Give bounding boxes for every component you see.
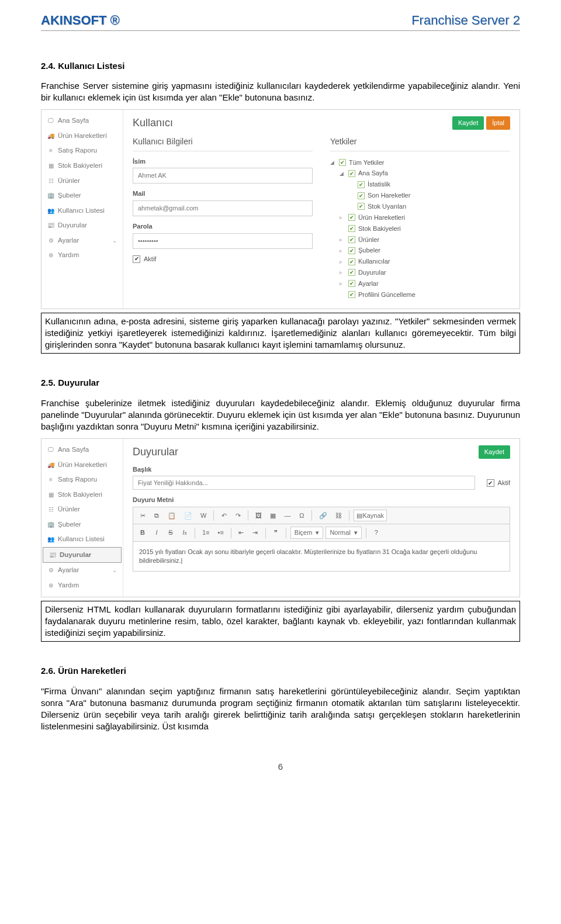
perm-row[interactable]: ✔Son Hareketler bbox=[330, 190, 510, 201]
sidebar-item-settings[interactable]: ⚙Ayarlar⌄ bbox=[41, 233, 123, 248]
sidebar-item-product-moves[interactable]: 🚚Ürün Hareketleri bbox=[41, 129, 123, 144]
style-select[interactable]: Biçem ▾ bbox=[290, 527, 324, 539]
perm-row[interactable]: ◢✔Tüm Yetkiler bbox=[330, 157, 510, 168]
perm-checkbox[interactable]: ✔ bbox=[339, 159, 346, 166]
perm-checkbox[interactable]: ✔ bbox=[358, 192, 365, 199]
sidebar-item-sales-report[interactable]: ≡Satış Raporu bbox=[41, 143, 123, 158]
perm-row[interactable]: ✔Profilini Güncelleme bbox=[330, 289, 510, 300]
tree-collapse-icon[interactable]: ◢ bbox=[330, 159, 336, 166]
perm-checkbox[interactable]: ✔ bbox=[348, 280, 355, 287]
sidebar-item-settings[interactable]: ⚙Ayarlar⌄ bbox=[41, 563, 123, 578]
name-input[interactable]: Ahmet AK bbox=[133, 168, 313, 184]
sidebar-item-product-moves[interactable]: 🚚Ürün Hareketleri bbox=[41, 458, 123, 473]
sidebar-item-announcements[interactable]: 📰Duyurular bbox=[43, 547, 122, 563]
gear-icon: ⚙ bbox=[47, 237, 54, 244]
column-heading-user-info: Kullanıcı Bilgileri bbox=[133, 136, 313, 151]
tree-collapse-icon[interactable]: ◢ bbox=[340, 170, 345, 177]
perm-row[interactable]: ✔Stok Bakiyeleri bbox=[330, 223, 510, 234]
unlink-icon[interactable]: ⛓ bbox=[333, 510, 345, 521]
perm-row[interactable]: ▹✔Şubeler bbox=[330, 245, 510, 256]
blockquote-icon[interactable]: ❞ bbox=[270, 527, 282, 539]
italic-icon[interactable]: I bbox=[151, 527, 162, 539]
tree-expand-icon[interactable]: ▹ bbox=[340, 236, 345, 243]
sidebar-item-label: Kullanıcı Listesi bbox=[58, 535, 105, 544]
perm-checkbox[interactable]: ✔ bbox=[348, 269, 355, 276]
perm-checkbox[interactable]: ✔ bbox=[348, 236, 355, 243]
perm-label: Ayarlar bbox=[358, 279, 379, 288]
sidebar-item-label: Yardım bbox=[58, 251, 79, 260]
sidebar-item-stock-balance[interactable]: ▦Stok Bakiyeleri bbox=[41, 487, 123, 503]
paste-word-icon[interactable]: W bbox=[198, 510, 209, 521]
sidebar-item-home[interactable]: 🖵Ana Sayfa bbox=[41, 113, 123, 129]
sidebar-item-help[interactable]: ⊕Yardım bbox=[41, 578, 123, 593]
sidebar-item-user-list[interactable]: 👥Kullanıcı Listesi bbox=[41, 203, 123, 219]
table-icon[interactable]: ▦ bbox=[267, 510, 279, 521]
announcement-title-input[interactable] bbox=[133, 476, 475, 490]
save-button[interactable]: Kaydet bbox=[452, 116, 484, 130]
perm-checkbox[interactable]: ✔ bbox=[348, 170, 355, 177]
tree-expand-icon[interactable]: ▹ bbox=[340, 247, 345, 254]
perm-checkbox[interactable]: ✔ bbox=[348, 225, 355, 232]
cut-icon[interactable]: ✂ bbox=[137, 510, 148, 521]
hr-icon[interactable]: ― bbox=[281, 510, 293, 521]
perm-checkbox[interactable]: ✔ bbox=[348, 258, 355, 265]
strike-icon[interactable]: S bbox=[165, 527, 176, 539]
perm-row[interactable]: ▹✔Kullanıcılar bbox=[330, 256, 510, 267]
truck-icon: 🚚 bbox=[47, 133, 54, 140]
editor-content[interactable]: 2015 yılı fiyatları Ocak ayı sonu itibar… bbox=[133, 542, 510, 572]
cancel-button[interactable]: İptal bbox=[486, 116, 510, 130]
sidebar-item-sales-report[interactable]: ≡Satış Raporu bbox=[41, 472, 123, 487]
perm-label: Ürünler bbox=[358, 236, 379, 244]
tree-expand-icon[interactable]: ▹ bbox=[340, 214, 345, 221]
sidebar-item-announcements[interactable]: 📰Duyurular bbox=[41, 218, 123, 233]
sidebar-item-stock-balance[interactable]: ▦Stok Bakiyeleri bbox=[41, 158, 123, 174]
password-input[interactable]: ••••••••• bbox=[133, 233, 313, 249]
bullet-list-icon[interactable]: •≡ bbox=[215, 527, 227, 539]
link-icon[interactable]: 🔗 bbox=[316, 510, 330, 521]
perm-row[interactable]: ✔İstatislik bbox=[330, 179, 510, 190]
indent-icon[interactable]: ⇥ bbox=[250, 527, 261, 539]
help-icon: ⊕ bbox=[47, 582, 54, 589]
perm-checkbox[interactable]: ✔ bbox=[348, 214, 355, 221]
sidebar-item-help[interactable]: ⊕Yardım bbox=[41, 248, 123, 263]
perm-checkbox[interactable]: ✔ bbox=[358, 203, 365, 210]
separator bbox=[248, 510, 248, 521]
sidebar-item-products[interactable]: ☷Ürünler bbox=[41, 502, 123, 517]
perm-checkbox[interactable]: ✔ bbox=[348, 291, 355, 298]
panel-title: Kullanıcı bbox=[133, 116, 173, 130]
sidebar-item-branches[interactable]: 🏢Şubeler bbox=[41, 517, 123, 532]
paste-text-icon[interactable]: 📄 bbox=[181, 510, 195, 521]
tree-expand-icon[interactable]: ▹ bbox=[340, 258, 345, 265]
remove-format-icon[interactable]: Ix bbox=[179, 527, 191, 539]
sidebar-item-products[interactable]: ☷Ürünler bbox=[41, 174, 123, 189]
source-button[interactable]: ▤ Kaynak bbox=[354, 510, 387, 521]
perm-row[interactable]: ▹✔Ürün Hareketleri bbox=[330, 212, 510, 223]
perm-checkbox[interactable]: ✔ bbox=[358, 181, 365, 188]
sidebar-item-branches[interactable]: 🏢Şubeler bbox=[41, 188, 123, 203]
numbered-list-icon[interactable]: 1≡ bbox=[199, 527, 213, 539]
copy-icon[interactable]: ⧉ bbox=[151, 510, 162, 521]
bold-icon[interactable]: B bbox=[137, 527, 148, 539]
tree-expand-icon[interactable]: ▹ bbox=[340, 269, 345, 276]
help-icon[interactable]: ? bbox=[370, 527, 382, 539]
outdent-icon[interactable]: ⇤ bbox=[236, 527, 247, 539]
perm-row[interactable]: ▹✔Ayarlar bbox=[330, 278, 510, 289]
special-char-icon[interactable]: Ω bbox=[296, 510, 307, 521]
undo-icon[interactable]: ↶ bbox=[218, 510, 230, 521]
sidebar-item-user-list[interactable]: 👥Kullanıcı Listesi bbox=[41, 532, 123, 547]
mail-input[interactable]: ahmetak@gmail.com bbox=[133, 200, 313, 216]
active-checkbox[interactable]: ✔ bbox=[487, 479, 494, 487]
perm-row[interactable]: ◢✔Ana Sayfa bbox=[330, 168, 510, 179]
sidebar-item-home[interactable]: 🖵Ana Sayfa bbox=[41, 442, 123, 458]
format-select[interactable]: Normal ▾ bbox=[325, 527, 361, 539]
active-checkbox[interactable]: ✔ bbox=[133, 255, 140, 263]
tree-expand-icon[interactable]: ▹ bbox=[340, 280, 345, 287]
paste-icon[interactable]: 📋 bbox=[165, 510, 179, 521]
perm-row[interactable]: ✔Stok Uyarıları bbox=[330, 201, 510, 212]
redo-icon[interactable]: ↷ bbox=[232, 510, 244, 521]
perm-checkbox[interactable]: ✔ bbox=[348, 247, 355, 254]
perm-row[interactable]: ▹✔Ürünler bbox=[330, 234, 510, 245]
perm-row[interactable]: ▹✔Duyurular bbox=[330, 267, 510, 278]
image-icon[interactable]: 🖼 bbox=[252, 510, 265, 521]
save-button[interactable]: Kaydet bbox=[479, 445, 510, 459]
